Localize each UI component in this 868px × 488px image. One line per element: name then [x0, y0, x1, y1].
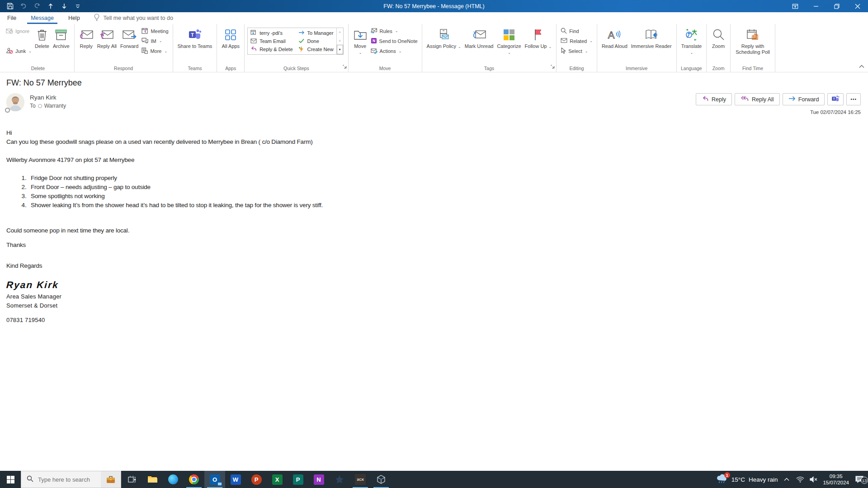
quick-steps-scrollbar[interactable]: ˄ ˅ ▾: [336, 28, 343, 54]
meeting-button[interactable]: Meeting: [140, 27, 170, 35]
read-aloud-button[interactable]: A Read Aloud: [600, 27, 629, 50]
delete-icon: [37, 28, 47, 42]
recipient-presence-icon: [38, 104, 42, 108]
ribbon-group-immersive: A Read Aloud Immersive Reader Immersive: [597, 24, 677, 72]
task-view-button[interactable]: [121, 471, 142, 488]
assign-policy-button[interactable]: Assign Policy ⌄: [425, 27, 463, 50]
categorize-icon: [503, 28, 515, 42]
reply-header-button[interactable]: Reply: [696, 93, 732, 105]
restore-button[interactable]: [826, 0, 847, 12]
weather-widget[interactable]: 1 15°C Heavy rain: [716, 474, 778, 485]
share-to-teams-button[interactable]: T Share to Teams: [176, 27, 214, 50]
delete-button[interactable]: Delete: [33, 27, 51, 50]
tell-me-box[interactable]: Tell me what you want to do: [94, 14, 173, 23]
forward-header-button[interactable]: Forward: [783, 93, 825, 105]
follow-up-button[interactable]: Follow Up ⌄: [523, 27, 554, 50]
taskbar-search[interactable]: [21, 471, 121, 488]
message-date: Tue 02/07/2024 16:25: [696, 109, 861, 115]
actions-button[interactable]: Actions⌄: [369, 47, 419, 56]
threecx-icon[interactable]: 3CX: [350, 471, 371, 488]
junk-button[interactable]: Junk⌄: [5, 47, 33, 56]
im-button[interactable]: IM⌄: [140, 37, 170, 45]
quick-step-terry-pdis[interactable]: terry -pdi's: [250, 29, 292, 37]
virtualbox-icon[interactable]: [371, 471, 392, 488]
forward-button[interactable]: Forward: [118, 27, 140, 50]
minimize-button[interactable]: [806, 0, 826, 12]
powerpoint-icon[interactable]: P: [246, 471, 267, 488]
wifi-icon[interactable]: [796, 476, 805, 483]
word-icon[interactable]: W: [225, 471, 246, 488]
tags-dialog-launcher[interactable]: [551, 62, 555, 71]
scheduling-poll-icon: [746, 28, 760, 42]
quick-step-reply-delete[interactable]: Reply & Delete: [250, 45, 292, 53]
teams-header-button[interactable]: T: [827, 93, 844, 105]
quick-step-create-new[interactable]: Create New: [298, 45, 334, 53]
snag-item: Some spotlights not working: [28, 192, 861, 201]
related-button[interactable]: Related⌄: [559, 37, 594, 45]
customize-qat-icon[interactable]: [74, 3, 81, 10]
publisher-icon[interactable]: P: [288, 471, 308, 488]
tray-time: 09:35: [823, 473, 849, 479]
outlook-taskbar-icon[interactable]: O: [204, 471, 225, 488]
action-center-button[interactable]: 13: [854, 476, 865, 483]
all-apps-button[interactable]: All Apps: [220, 27, 241, 50]
message-subject: FW: No 57 Merrybee: [6, 78, 861, 88]
send-to-onenote-button[interactable]: N Send to OneNote: [369, 37, 419, 45]
close-button[interactable]: [847, 0, 868, 12]
select-button[interactable]: Select⌄: [559, 47, 594, 56]
zoom-button[interactable]: Zoom: [709, 27, 727, 50]
archive-button[interactable]: Archive: [51, 27, 71, 50]
reply-button[interactable]: Reply: [77, 27, 95, 50]
start-button[interactable]: [0, 471, 21, 488]
move-button[interactable]: Move⌄: [351, 27, 369, 56]
search-highlight-briefcase-icon[interactable]: [101, 471, 121, 488]
excel-icon[interactable]: X: [267, 471, 288, 488]
find-button[interactable]: Find: [559, 27, 594, 35]
rules-button[interactable]: Rules⌄: [369, 27, 419, 35]
sender-name[interactable]: Ryan Kirk: [30, 94, 66, 101]
scroll-down-icon[interactable]: ˅: [337, 37, 343, 45]
quick-step-team-email[interactable]: Team Email: [250, 37, 292, 45]
translate-button[interactable]: Translate⌄: [679, 27, 703, 56]
tab-help[interactable]: Help: [61, 12, 87, 24]
edge-icon[interactable]: [163, 471, 184, 488]
svg-text:T: T: [833, 97, 835, 100]
file-explorer-icon[interactable]: [142, 471, 163, 488]
show-hidden-icons-chevron[interactable]: [782, 478, 791, 481]
move-down-icon[interactable]: [61, 3, 68, 10]
meeting-icon: [142, 28, 148, 35]
mark-unread-icon: [472, 28, 486, 42]
ribbon-group-respond: Reply Reply All Forward Meeting IM⌄ More…: [75, 24, 173, 72]
mark-unread-button[interactable]: Mark Unread: [463, 27, 495, 50]
svg-text:A: A: [608, 29, 615, 41]
search-input[interactable]: [38, 476, 97, 483]
reply-with-scheduling-poll-button[interactable]: Reply with Scheduling Poll: [733, 27, 772, 56]
categorize-button[interactable]: Categorize⌄: [495, 27, 523, 56]
tab-file[interactable]: File: [0, 12, 24, 24]
dimmed-app-icon[interactable]: [329, 471, 350, 488]
quick-steps-dialog-launcher[interactable]: [343, 62, 347, 71]
more-actions-button[interactable]: •••: [846, 93, 861, 105]
quick-step-to-manager[interactable]: To Manager: [298, 29, 334, 37]
related-icon: [561, 38, 567, 44]
recipient-name[interactable]: Warranty: [44, 103, 66, 109]
onenote-taskbar-icon[interactable]: N: [308, 471, 329, 488]
chrome-icon[interactable]: [184, 471, 204, 488]
collapse-ribbon-icon[interactable]: [859, 62, 864, 70]
save-icon[interactable]: [6, 3, 14, 10]
move-up-icon[interactable]: [47, 3, 54, 10]
immersive-reader-button[interactable]: Immersive Reader: [629, 27, 674, 50]
taskbar-clock[interactable]: 09:35 15/07/2024: [823, 473, 849, 486]
body-paragraph: Thanks: [6, 241, 861, 250]
ribbon: Ignore Junk⌄ Delete Archive Delete Reply…: [0, 24, 868, 72]
ribbon-display-options-button[interactable]: [785, 0, 806, 12]
tab-message[interactable]: Message: [24, 12, 61, 24]
volume-muted-icon[interactable]: [809, 476, 818, 483]
quick-step-done[interactable]: Done: [298, 37, 334, 45]
gallery-more-icon[interactable]: ▾: [337, 45, 343, 54]
reply-all-header-button[interactable]: Reply All: [735, 93, 780, 105]
more-respond-button[interactable]: More⌄: [140, 47, 170, 56]
reply-all-button[interactable]: Reply All: [95, 27, 118, 50]
scroll-up-icon[interactable]: ˄: [337, 28, 343, 37]
taskbar: O W P X P N 3CX 1 15°C Heavy rain 09:35 …: [0, 471, 868, 488]
